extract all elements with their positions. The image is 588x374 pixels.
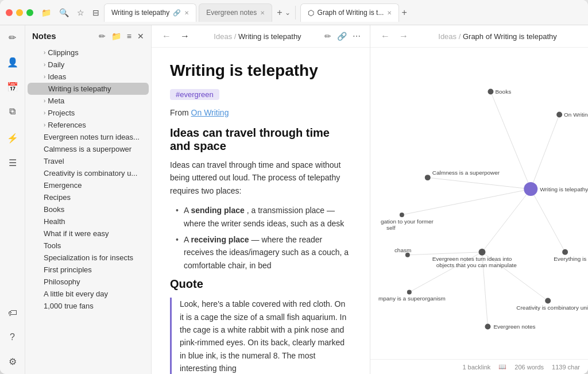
node-books[interactable]: [488, 89, 493, 95]
folder-icon[interactable]: 📁: [41, 8, 51, 17]
link-icon[interactable]: 🔗: [337, 32, 347, 41]
sidebar-item-first-principles[interactable]: First principles: [28, 264, 149, 276]
sidebar-item-travel[interactable]: Travel: [28, 155, 149, 167]
graph-tab-icon: ⬡: [308, 9, 314, 17]
forward-button[interactable]: →: [179, 30, 191, 43]
help-icon[interactable]: ?: [7, 330, 17, 345]
sidebar-item-daily[interactable]: › Daily: [28, 59, 149, 71]
close-sidebar-btn[interactable]: ✕: [137, 32, 144, 41]
sidebar-item-evergreen[interactable]: Evergreen notes turn ideas...: [28, 131, 149, 143]
graph-breadcrumb-parent[interactable]: Ideas: [438, 32, 457, 41]
node-evergreen-label2: objects that you can manipulate: [436, 262, 517, 268]
bullet2-bold: receiving place: [191, 235, 249, 244]
sidebar-item-emergence[interactable]: Emergence: [28, 179, 149, 191]
tab-writing-close[interactable]: ✕: [184, 10, 189, 16]
word-count-icon: 📖: [498, 363, 506, 371]
back-button[interactable]: ←: [161, 30, 172, 43]
calendar-icon[interactable]: 📅: [5, 79, 21, 95]
new-note-btn[interactable]: ✏: [99, 32, 106, 41]
note-content: Writing is telepathy #evergreen From On …: [152, 48, 370, 374]
note-tag[interactable]: #evergreen: [170, 89, 219, 100]
main-layout: ✏ 👤 📅 ⧉ ⚡ ☰ 🏷 ? ⚙ Notes ✏ 📁 ≡ ✕: [0, 25, 588, 374]
node-writing-telepathy-label: Writing is telepathy: [540, 186, 588, 192]
node-navigation[interactable]: [400, 213, 404, 217]
tab-graph-label: Graph of Writing is t...: [318, 9, 384, 17]
sidebar-item-health[interactable]: Health: [28, 215, 149, 228]
node-navigation-label2: self: [386, 225, 396, 231]
note-blockquote: Look, here's a table covered with red cl…: [170, 298, 351, 374]
node-navigation-label: gation to your former: [381, 218, 434, 225]
node-writing-telepathy[interactable]: [524, 182, 537, 196]
sidebar-item-calmness[interactable]: Calmness is a superpower: [28, 143, 149, 155]
tab-graph-close[interactable]: ✕: [387, 10, 392, 16]
sidebar-item-specialization[interactable]: Specialization is for insects: [28, 252, 149, 264]
sidebar-item-label: Health: [44, 217, 65, 226]
sidebar-item-what-if[interactable]: What if it were easy: [28, 228, 149, 240]
settings-icon[interactable]: ⚙: [6, 354, 19, 369]
sidebar-item-tools[interactable]: Tools: [28, 240, 149, 252]
sort-btn[interactable]: ≡: [127, 32, 131, 41]
sidebar-item-label: 1,000 true fans: [44, 302, 94, 310]
new-note-icon[interactable]: ✏: [6, 30, 18, 45]
note-quote-text: Look, here's a table covered with red cl…: [180, 298, 351, 374]
close-button[interactable]: [6, 9, 13, 16]
sidebar-item-projects[interactable]: › Projects: [28, 107, 149, 119]
graph-content[interactable]: Books On Writing Calmness is a superpowe…: [370, 48, 588, 359]
word-count: 206 words: [514, 364, 544, 371]
sidebar-toggle-icon[interactable]: ⊟: [92, 8, 99, 17]
graph-breadcrumb-current: Graph of Writing is telepathy: [463, 32, 557, 41]
sidebar-item-true-fans[interactable]: 1,000 true fans: [28, 300, 149, 312]
sidebar-item-recipes[interactable]: Recipes: [28, 191, 149, 203]
sidebar-item-clippings[interactable]: › Clippings: [28, 47, 149, 59]
star-icon[interactable]: ☆: [77, 8, 84, 17]
copy-icon[interactable]: ⧉: [7, 104, 18, 119]
minimize-button[interactable]: [16, 9, 23, 16]
node-chasm[interactable]: [405, 253, 410, 257]
add-tab-button[interactable]: +: [274, 7, 284, 18]
add-tab-button-2[interactable]: +: [399, 7, 409, 18]
sidebar-item-little-bit[interactable]: A little bit every day: [28, 288, 149, 300]
node-superorganism[interactable]: [407, 290, 412, 295]
tag-icon[interactable]: 🏷: [6, 306, 20, 321]
node-onwriting[interactable]: [556, 111, 562, 117]
node-remix[interactable]: [562, 249, 568, 255]
more-icon[interactable]: ⋯: [353, 32, 361, 41]
sidebar-item-references[interactable]: › References: [28, 119, 149, 131]
tab-evergreen[interactable]: Evergreen notes ✕: [199, 3, 272, 22]
graph-forward-button[interactable]: →: [398, 30, 409, 43]
node-evergreen-notes-label: Evergreen notes: [493, 323, 535, 330]
new-folder-btn[interactable]: 📁: [111, 32, 121, 41]
sidebar-item-ideas[interactable]: › Ideas: [28, 71, 149, 83]
graph-back-button[interactable]: ←: [380, 30, 391, 43]
maximize-button[interactable]: [26, 9, 33, 16]
node-evergreen-notes[interactable]: [485, 323, 490, 329]
node-creativity[interactable]: [545, 298, 551, 304]
sidebar-item-creativity[interactable]: Creativity is combinatory u...: [28, 167, 149, 179]
tab-separator: [295, 6, 296, 20]
node-evergreen[interactable]: [479, 249, 486, 256]
bullet1-prefix: A: [184, 206, 191, 215]
sidebar-item-writing-telepathy[interactable]: Writing is telepathy: [28, 83, 149, 95]
graph-svg: Books On Writing Calmness is a superpowe…: [370, 48, 588, 359]
tab-graph[interactable]: ⬡ Graph of Writing is t... ✕: [300, 3, 400, 22]
tab-writing[interactable]: Writing is telepathy 🔗 ✕: [104, 3, 196, 22]
sidebar-item-label: Calmness is a superpower: [44, 145, 131, 153]
from-link[interactable]: On Writing: [191, 108, 229, 117]
node-calmness[interactable]: [425, 175, 431, 180]
sidebar-item-philosophy[interactable]: Philosophy: [28, 276, 149, 288]
node-creativity-label: Creativity is combinatory uniqueness: [516, 304, 588, 311]
titlebar: 📁 🔍 ☆ ⊟ Writing is telepathy 🔗 ✕ Evergre…: [0, 0, 588, 25]
sidebar-item-label: Books: [44, 205, 64, 214]
breadcrumb-parent[interactable]: Ideas: [214, 32, 232, 41]
list-icon[interactable]: ☰: [6, 155, 19, 171]
tab-evergreen-close[interactable]: ✕: [260, 10, 265, 16]
search-icon[interactable]: 🔍: [59, 8, 69, 17]
sidebar-item-label: Recipes: [44, 193, 71, 202]
lightning-icon[interactable]: ⚡: [5, 130, 21, 146]
people-icon[interactable]: 👤: [5, 55, 21, 70]
edge-writing-evergreen: [482, 189, 531, 252]
sidebar-item-books[interactable]: Books: [28, 203, 149, 215]
sidebar-item-meta[interactable]: › Meta: [28, 95, 149, 107]
tab-chevron[interactable]: ⌄: [285, 9, 291, 17]
edit-icon[interactable]: ✏: [324, 32, 331, 41]
